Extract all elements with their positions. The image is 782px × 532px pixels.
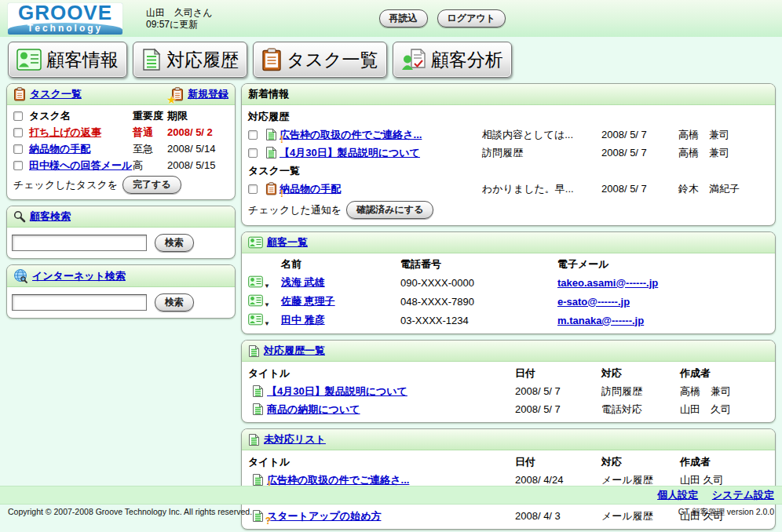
pending-list-link[interactable]: 未対応リスト	[264, 432, 326, 446]
customer-email-link[interactable]: m.tanaka@------.jp	[557, 315, 770, 326]
history-item-link[interactable]: 【4月30日】製品説明について	[267, 384, 515, 399]
news-panel: 新着情報 対応履歴 ! 広告枠の取扱の件でご連絡さ... 相談内容としては...…	[241, 83, 776, 226]
task-priority: 普通	[133, 126, 167, 140]
logout-button[interactable]: ログアウト	[437, 9, 506, 27]
logo-groove-text: GROOVE	[8, 3, 122, 23]
top-buttons: 再読込 ログアウト	[379, 9, 506, 27]
task-link[interactable]: 打ち上げの返事	[29, 126, 133, 140]
task-row: 納品物の手配 至急 2008/ 5/14	[12, 140, 230, 157]
news-item-link[interactable]: 広告枠の取扱の件でご連絡さ...	[280, 128, 482, 142]
news-checkbox[interactable]	[248, 148, 258, 158]
history-item-type: 訪問履歴	[601, 384, 680, 399]
star-badge: ★	[167, 96, 176, 104]
news-panel-footer: チェックした通知を 確認済みにする	[247, 198, 770, 221]
customer-search-input[interactable]	[12, 235, 147, 251]
customer-list-panel: 顧客一覧 名前 電話番号 電子メール ▼ 浅海 武雄 090-XXXX-0000…	[241, 231, 776, 334]
task-row: 田中様への回答メール 高 2008/ 5/15	[12, 157, 230, 173]
news-panel-body: 対応履歴 ! 広告枠の取扱の件でご連絡さ... 相談内容としては... 2008…	[242, 105, 775, 225]
tab-customer-info[interactable]: 顧客情報	[8, 42, 127, 78]
task-due: 2008/ 5/ 2	[167, 126, 230, 138]
customer-email-link[interactable]: e-sato@------.jp	[557, 296, 770, 308]
customer-card-icon	[248, 236, 263, 249]
personal-settings-link[interactable]: 個人設定	[657, 489, 698, 501]
customer-email-link[interactable]: takeo.asami@------.jp	[557, 277, 770, 289]
news-title: 新着情報	[248, 87, 289, 101]
customer-card-icon	[16, 49, 42, 71]
news-checkbox[interactable]	[248, 130, 258, 140]
date-column: 日付	[515, 366, 601, 381]
history-row: 商品の納期について 2008/ 5/ 7 電話対応 山田 久司	[247, 400, 770, 418]
customer-list-link[interactable]: 顧客一覧	[267, 235, 308, 250]
internet-search-body: 検索	[7, 287, 235, 318]
customer-search-button[interactable]: 検索	[155, 234, 194, 252]
type-column: 対応	[601, 366, 680, 381]
response-history-panel: 対応履歴一覧 タイトル 日付 対応 作成者 【4月30日】製品説明について 20…	[241, 340, 776, 423]
customer-menu-arrow[interactable]: ▼	[264, 282, 270, 290]
news-section-response-history: 対応履歴	[247, 107, 770, 126]
customer-phone: 03-XXXX-1234	[400, 315, 557, 326]
customer-search-panel: 顧客検索 検索	[6, 206, 236, 259]
news-checkbox[interactable]	[248, 184, 258, 194]
news-row: ! 納品物の手配 わかりました。早... 2008/ 5/ 7 鈴木 満紀子	[247, 180, 770, 198]
customer-name-link[interactable]: 佐藤 恵理子	[281, 294, 400, 308]
customer-name-link[interactable]: 浅海 武雄	[281, 275, 400, 290]
task-checkbox[interactable]	[13, 144, 23, 154]
select-all-tasks-checkbox[interactable]	[13, 111, 23, 121]
left-column: タスク一覧 ★ 新規登録 タスク名 重要度 期限 打ち上げの返事 普通 2008…	[6, 83, 236, 324]
checked-notices-label: チェックした通知を	[248, 203, 342, 217]
task-priority: 至急	[133, 142, 167, 156]
internet-search-input[interactable]	[12, 294, 147, 311]
tab-label: 顧客分析	[431, 48, 503, 72]
task-due: 2008/ 5/15	[167, 159, 230, 171]
response-history-link[interactable]: 対応履歴一覧	[264, 344, 325, 358]
tab-task-list[interactable]: タスク一覧	[253, 42, 387, 78]
pending-item-link[interactable]: 広告枠の取扱の件でご連絡さ...	[267, 473, 515, 487]
document-icon	[262, 146, 280, 159]
reload-button[interactable]: 再読込	[379, 9, 428, 27]
news-item-link[interactable]: 【4月30日】製品説明について	[280, 146, 482, 160]
document-icon	[248, 384, 267, 398]
date-column: 日付	[515, 455, 601, 469]
phone-column: 電話番号	[400, 257, 557, 271]
task-priority: 高	[133, 159, 167, 173]
news-item-link[interactable]: 納品物の手配	[280, 182, 482, 196]
tab-label: タスク一覧	[287, 48, 378, 72]
customer-menu-arrow[interactable]: ▼	[264, 320, 270, 327]
response-history-header: 対応履歴一覧	[242, 341, 775, 362]
task-checkbox[interactable]	[13, 128, 23, 137]
alert-badge: !	[280, 190, 283, 198]
customer-phone: 090-XXXX-0000	[400, 277, 557, 289]
document-icon	[248, 433, 260, 446]
task-link[interactable]: 田中様への回答メール	[29, 159, 133, 173]
title-column: タイトル	[248, 455, 515, 469]
internet-search-button[interactable]: 検索	[155, 293, 194, 312]
customer-card-icon	[248, 313, 263, 326]
confirm-notices-button[interactable]: 確認済みにする	[346, 201, 433, 219]
tab-customer-analysis[interactable]: 顧客分析	[393, 42, 512, 78]
pending-list-header: 未対応リスト	[242, 429, 775, 450]
type-column: 対応	[601, 455, 680, 469]
internet-search-header: インターネット検索	[7, 265, 235, 287]
top-header: GROOVE Technology 山田 久司さん 09:57に更新 再読込 ロ…	[0, 0, 782, 37]
history-item-link[interactable]: 商品の納期について	[267, 403, 515, 417]
task-row: 打ち上げの返事 普通 2008/ 5/ 2	[12, 124, 230, 140]
news-item-author: 鈴木 満紀子	[678, 182, 770, 196]
customer-name-link[interactable]: 田中 雅彦	[281, 313, 400, 327]
new-task-link[interactable]: 新規登録	[188, 87, 228, 101]
pending-item-date: 2008/ 4/24	[515, 474, 601, 486]
system-settings-link[interactable]: システム設定	[712, 489, 774, 501]
complete-task-button[interactable]: 完了する	[122, 176, 181, 194]
tab-response-history[interactable]: 対応履歴	[133, 42, 247, 78]
customer-search-link[interactable]: 顧客検索	[30, 210, 71, 224]
customer-row: ▼ 浅海 武雄 090-XXXX-0000 takeo.asami@------…	[247, 273, 770, 292]
task-list-link[interactable]: タスク一覧	[30, 87, 82, 101]
task-checkbox[interactable]	[13, 161, 23, 170]
internet-search-link[interactable]: インターネット検索	[32, 269, 126, 283]
customer-search-header: 顧客検索	[7, 206, 235, 228]
news-item-date: 2008/ 5/ 7	[601, 183, 678, 195]
clipboard-icon	[261, 48, 282, 71]
task-link[interactable]: 納品物の手配	[29, 142, 133, 156]
customer-list-body: 名前 電話番号 電子メール ▼ 浅海 武雄 090-XXXX-0000 take…	[242, 253, 775, 333]
user-name: 山田 久司さん	[146, 7, 213, 19]
customer-menu-arrow[interactable]: ▼	[264, 301, 270, 308]
